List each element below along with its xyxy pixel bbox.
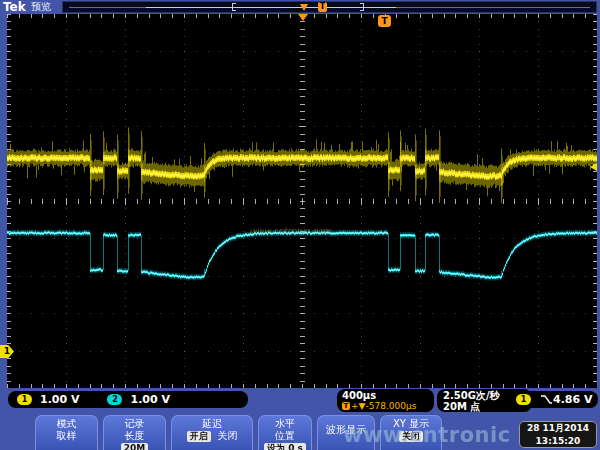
datetime-display: 28 11月2014 13:15:20 (519, 421, 597, 448)
graticule-area[interactable]: T 1 www.cntronic.com (7, 14, 597, 388)
top-bar: Tek 预览 T (0, 0, 600, 14)
menu-label: 长度 (104, 430, 165, 442)
channel-scale-readout[interactable]: 1 1.00 V 2 1.00 V (8, 391, 248, 408)
acquisition-status: 预览 (31, 0, 51, 14)
menu-bar: 模式 取样 记录 长度 20M 延迟 开启 关闭 水平 位置 设为 0 s 波形… (0, 412, 600, 450)
record-waveform-overview-line-bright (146, 7, 396, 8)
tek-logo: Tek (3, 0, 26, 14)
trigger-level-readout: 4.86 V (553, 393, 592, 406)
delay-readout: T +▼ -578.000µs (342, 401, 429, 411)
trigger-position-icon[interactable]: T (318, 2, 327, 12)
ch2-scale: 1.00 V (130, 393, 169, 406)
menu-button-delay[interactable]: 延迟 开启 关闭 (171, 415, 253, 450)
menu-label: 取样 (36, 430, 97, 442)
ch2-badge[interactable]: 2 (107, 394, 122, 405)
bottom-watermark: www.cntronic (343, 423, 511, 447)
trigger-position-badge[interactable]: T (378, 15, 391, 27)
ch1-scale: 1.00 V (40, 393, 79, 406)
menu-button-mode[interactable]: 模式 取样 (35, 415, 98, 450)
center-watermark: www.cntronic.com (250, 226, 333, 236)
timebase-readout: 400µs (342, 390, 429, 401)
window-end-bracket[interactable] (360, 3, 364, 11)
waveform-canvas (7, 14, 597, 388)
trigger-readout[interactable]: 1 4.86 V (508, 391, 598, 408)
horizontal-readout[interactable]: 400µs T +▼ -578.000µs (337, 389, 434, 412)
menu-label: 记录 (104, 418, 165, 430)
delay-off-option[interactable]: 关闭 (218, 430, 238, 442)
set-to-zero-option[interactable]: 设为 0 s (264, 443, 306, 450)
trigger-source-badge: 1 (516, 394, 531, 405)
trigger-level-arrow[interactable] (590, 163, 597, 171)
menu-button-record-length[interactable]: 记录 长度 20M (103, 415, 166, 450)
readout-row: 1 1.00 V 2 1.00 V 400µs T +▼ -578.000µs … (0, 388, 600, 412)
record-view-timeline[interactable]: T (62, 1, 597, 13)
menu-label: 模式 (36, 418, 97, 430)
oscilloscope-ui: Tek 预览 T T 1 www.cntronic.com 1 1.00 V 2… (0, 0, 600, 450)
window-start-bracket[interactable] (232, 3, 236, 11)
delay-on-option[interactable]: 开启 (187, 431, 211, 442)
ch1-badge[interactable]: 1 (17, 394, 32, 405)
record-length-value[interactable]: 20M (121, 443, 148, 450)
menu-button-horizontal-position[interactable]: 水平 位置 设为 0 s (258, 415, 312, 450)
expansion-point-marker[interactable] (298, 14, 308, 21)
time-value: 13:15:20 (520, 435, 596, 448)
delay-value: -578.000µs (365, 401, 416, 411)
delay-prefix: +▼ (351, 401, 365, 411)
menu-label: 水平 (259, 418, 311, 430)
menu-label: 位置 (259, 430, 311, 442)
falling-edge-icon (540, 394, 553, 405)
date-value: 28 11月2014 (520, 422, 596, 435)
expansion-point-icon[interactable] (300, 4, 308, 11)
menu-label: 延迟 (172, 418, 252, 430)
trigger-mini-icon: T (342, 402, 350, 410)
